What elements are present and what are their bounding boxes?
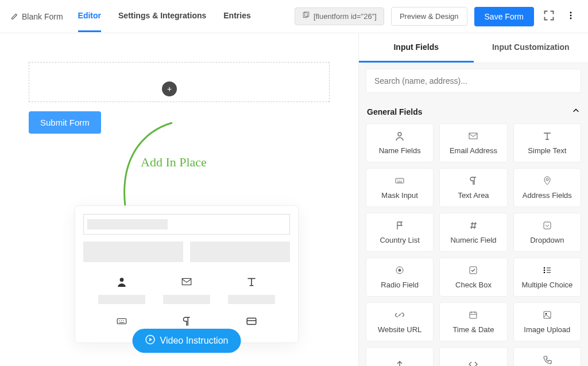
field-card-list[interactable]: Multiple Choice [513,258,581,297]
paragraph-icon [181,316,192,329]
field-card-label: Image Upload [524,325,570,334]
card-icon [246,316,257,329]
form-preview-card: Video Instruction [75,205,299,343]
preview-block [83,242,183,262]
field-card-code[interactable] [439,347,507,366]
field-card-check[interactable]: Check Box [439,258,507,297]
play-icon [145,334,156,347]
form-name[interactable]: Blank Form [10,11,63,21]
dropzone-top[interactable]: + [29,62,330,102]
main-tabs: Editor Settings & Integrations Entries [78,1,251,32]
mail-icon [468,131,478,143]
image-icon [542,310,552,322]
text-icon [246,276,257,289]
calendar-icon [468,310,478,322]
tab-input-customization[interactable]: Input Customization [474,33,589,63]
tab-entries[interactable]: Entries [223,1,250,32]
field-card-label: Address Fields [523,191,572,200]
sidebar: Input Fields Input Customization General… [358,33,588,366]
edit-icon [10,11,18,21]
text-icon [542,131,552,143]
link-icon [394,310,405,322]
field-card-label: Website URL [378,325,421,334]
field-card-dropdown[interactable]: Dropdown [513,213,581,252]
person-icon [116,276,127,289]
preview-bar [98,295,145,304]
field-card-flag[interactable]: Country List [366,213,434,252]
list-icon [542,265,552,277]
field-card-label: Radio Field [381,281,419,289]
field-card-label: Email Address [450,146,497,155]
more-menu-button[interactable] [564,8,578,25]
hash-icon [468,220,478,232]
field-card-hash[interactable]: Numeric Field [439,213,507,252]
field-grid: Name FieldsEmail AddressSimple TextMask … [366,123,581,366]
chevron-up-icon [572,107,580,116]
video-instruction-button[interactable]: Video Instruction [133,329,241,353]
tab-settings[interactable]: Settings & Integrations [118,1,206,32]
field-card-label: Text Area [458,191,489,200]
shortcode-text: [fluentform id="26"] [314,12,377,21]
check-icon [468,265,478,277]
field-card-mail[interactable]: Email Address [439,123,507,162]
group-general-fields[interactable]: General Fields [367,107,580,116]
tab-editor[interactable]: Editor [78,1,101,32]
video-btn-label: Video Instruction [160,336,229,346]
field-card-link[interactable]: Website URL [366,302,434,341]
field-card-label: Check Box [455,281,492,289]
form-canvas: + Submit Form Add In Place [0,33,358,366]
fullscreen-button[interactable] [541,7,557,25]
preview-block [190,242,290,262]
field-card-radio[interactable]: Radio Field [366,258,434,297]
dropdown-icon [542,220,552,232]
field-card-keyboard[interactable]: Mask Input [366,168,434,207]
pin-icon [542,176,552,188]
phone-icon [542,355,552,366]
save-form-button[interactable]: Save Form [474,7,534,26]
copy-icon [302,11,310,21]
field-card-calendar[interactable]: Time & Date [439,302,507,341]
top-bar: Blank Form Editor Settings & Integration… [0,0,588,33]
keyboard-icon [394,176,405,188]
submit-form-button[interactable]: Submit Form [29,111,101,134]
field-card-phone[interactable]: Phone/Mobile [513,347,581,366]
field-card-label: Numeric Field [450,236,496,244]
preview-bar [228,295,275,304]
search-input[interactable] [366,69,581,93]
code-icon [468,359,478,367]
field-card-text[interactable]: Simple Text [513,123,581,162]
preview-input [83,214,290,235]
mail-icon [181,276,192,289]
field-card-label: Simple Text [528,146,566,155]
field-card-label: Dropdown [530,236,564,244]
field-card-user[interactable]: Name Fields [366,123,434,162]
field-card-label: Multiple Choice [521,281,572,289]
upload-icon [394,359,405,367]
field-card-label: Country List [380,236,419,244]
group-title: General Fields [367,107,422,116]
field-card-label: Time & Date [453,325,494,334]
add-in-place-button[interactable]: + [162,81,177,96]
field-card-image[interactable]: Image Upload [513,302,581,341]
tab-input-fields[interactable]: Input Fields [359,33,474,63]
radio-icon [394,265,405,277]
field-card-pin[interactable]: Address Fields [513,168,581,207]
preview-design-button[interactable]: Preview & Design [391,7,467,26]
para-icon [468,176,478,188]
form-name-text: Blank Form [22,12,63,21]
field-card-label: Mask Input [381,191,418,200]
field-card-para[interactable]: Text Area [439,168,507,207]
field-card-upload[interactable] [366,347,434,366]
shortcode-display[interactable]: [fluentform id="26"] [295,7,384,25]
keyboard-icon [116,316,127,329]
preview-bar [163,295,210,304]
field-card-label: Name Fields [379,146,421,155]
flag-icon [394,220,405,232]
user-icon [394,131,405,143]
sidebar-tabs: Input Fields Input Customization [359,33,588,63]
